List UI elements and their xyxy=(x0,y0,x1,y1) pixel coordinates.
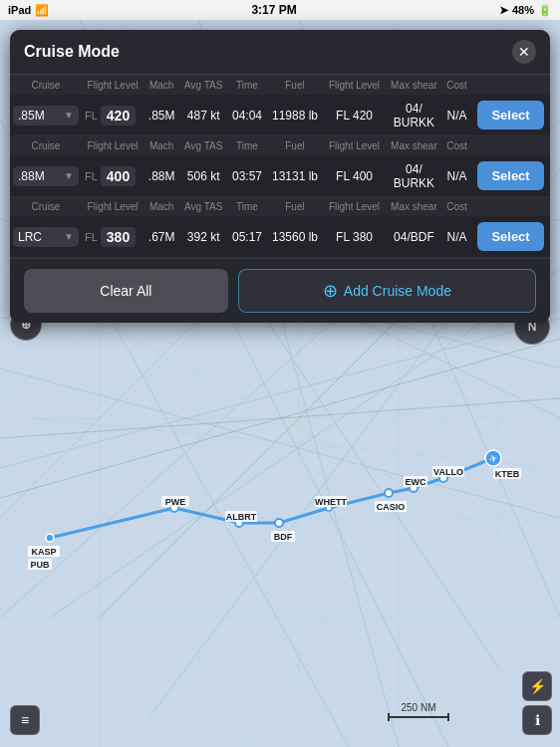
cruise-value-1: .85M xyxy=(18,109,45,123)
col-mach-1: Mach xyxy=(143,76,179,96)
col-mach-3: Mach xyxy=(143,197,179,217)
modal-overlay: Cruise Mode ✕ Cruise Flight Level Mach A… xyxy=(0,20,560,333)
tas-3: 392 kt xyxy=(179,216,227,258)
table-data-row-1: .85M ▼ FL 420 .85M 487 kt 04:04 11988 lb… xyxy=(10,95,550,136)
cruise-mode-modal: Cruise Mode ✕ Cruise Flight Level Mach A… xyxy=(10,30,550,323)
device-label: iPad xyxy=(8,4,31,16)
col-tas-1: Avg TAS xyxy=(179,76,227,96)
cost-2: N/A xyxy=(442,155,471,197)
col-time-1: Time xyxy=(227,76,266,96)
mach-1: .85M xyxy=(143,95,179,136)
col-fuel-1: Fuel xyxy=(267,76,324,96)
time-2: 03:57 xyxy=(227,155,266,197)
col-cost-2: Cost xyxy=(442,136,471,156)
map-tool-2[interactable]: ℹ xyxy=(522,705,552,735)
fltlvl-3: FL 380 xyxy=(323,216,385,258)
fltlvl-2: FL 400 xyxy=(323,155,385,197)
fuel-3: 13560 lb xyxy=(267,216,324,258)
svg-point-34 xyxy=(46,534,54,542)
cruise-dropdown-2[interactable]: ▼ xyxy=(64,170,74,181)
col-time-3: Time xyxy=(227,197,266,217)
select-button-1[interactable]: Select xyxy=(477,101,543,129)
svg-text:EWC: EWC xyxy=(406,477,426,487)
battery-icon: 🔋 xyxy=(538,4,552,17)
col-fltlvl-1: Flight Level xyxy=(323,76,385,96)
cost-1: N/A xyxy=(442,95,471,136)
tas-1: 487 kt xyxy=(179,95,227,136)
table-header-row-1: Cruise Flight Level Mach Avg TAS Time Fu… xyxy=(10,76,550,96)
layers-button[interactable]: ≡ xyxy=(10,705,40,735)
col-tas-2: Avg TAS xyxy=(179,136,227,156)
layers-icon: ≡ xyxy=(21,712,29,728)
cruise-selector-1[interactable]: .85M ▼ xyxy=(10,95,82,136)
col-shear-1: Max shear xyxy=(386,76,442,96)
cruise-selector-2[interactable]: .88M ▼ xyxy=(10,155,82,197)
fl-display-1: FL 420 xyxy=(82,95,143,136)
map-tool-1[interactable]: ⚡ xyxy=(522,671,552,701)
fuel-2: 13131 lb xyxy=(267,155,324,197)
fl-display-3: FL 380 xyxy=(82,216,143,258)
fltlvl-1: FL 420 xyxy=(323,95,385,136)
select-button-2[interactable]: Select xyxy=(477,161,543,190)
modal-header: Cruise Mode ✕ xyxy=(10,30,550,75)
shear-1: 04/BURKK xyxy=(386,95,442,136)
col-time-2: Time xyxy=(227,136,266,156)
add-cruise-icon: ⊕ xyxy=(323,280,338,302)
cruise-value-3: LRC xyxy=(18,230,42,244)
svg-text:250 NM: 250 NM xyxy=(401,702,435,713)
col-fl-2: Flight Level xyxy=(82,136,143,156)
col-tas-3: Avg TAS xyxy=(179,197,227,217)
col-cost-1: Cost xyxy=(442,76,471,96)
svg-text:ALBRT: ALBRT xyxy=(226,512,257,522)
svg-text:KTEB: KTEB xyxy=(495,469,520,479)
fuel-1: 11988 lb xyxy=(267,95,324,136)
cost-3: N/A xyxy=(442,216,471,258)
time-1: 04:04 xyxy=(227,95,266,136)
tas-2: 506 kt xyxy=(179,155,227,197)
col-mach-2: Mach xyxy=(143,136,179,156)
clear-all-button[interactable]: Clear All xyxy=(24,269,228,313)
svg-text:CASIO: CASIO xyxy=(377,502,406,512)
table-data-row-2: .88M ▼ FL 400 .88M 506 kt 03:57 13131 lb… xyxy=(10,155,550,197)
col-fltlvl-3: Flight Level xyxy=(323,197,385,217)
map-controls-right: ⚡ ℹ xyxy=(522,671,552,735)
col-fltlvl-2: Flight Level xyxy=(323,136,385,156)
col-cruise-3: Cruise xyxy=(10,197,82,217)
col-cruise-2: Cruise xyxy=(10,136,82,156)
mach-2: .88M xyxy=(143,155,179,197)
svg-text:BDF: BDF xyxy=(274,532,293,542)
cruise-dropdown-3[interactable]: ▼ xyxy=(64,231,74,242)
col-fl-1: Flight Level xyxy=(82,76,143,96)
svg-text:VALLO: VALLO xyxy=(433,467,463,477)
location-icon: ➤ xyxy=(499,4,508,17)
status-bar: iPad 📶 3:17 PM ➤ 48% 🔋 xyxy=(0,0,560,20)
select-cell-1: Select xyxy=(471,95,550,136)
col-shear-3: Max shear xyxy=(386,197,442,217)
add-cruise-button[interactable]: ⊕ Add Cruise Mode xyxy=(238,269,536,313)
svg-point-37 xyxy=(275,519,283,527)
col-shear-2: Max shear xyxy=(386,136,442,156)
cruise-table: Cruise Flight Level Mach Avg TAS Time Fu… xyxy=(10,75,550,258)
select-button-3[interactable]: Select xyxy=(477,222,543,251)
svg-text:PUB: PUB xyxy=(30,560,50,570)
col-fl-3: Flight Level xyxy=(82,197,143,217)
svg-point-39 xyxy=(385,489,393,497)
mach-3: .67M xyxy=(143,216,179,258)
svg-text:WHETT: WHETT xyxy=(315,497,347,507)
col-cost-3: Cost xyxy=(442,197,471,217)
add-cruise-label: Add Cruise Mode xyxy=(344,283,451,299)
modal-title: Cruise Mode xyxy=(24,43,120,61)
status-left: iPad 📶 xyxy=(8,4,49,17)
shear-3: 04/BDF xyxy=(386,216,442,258)
cruise-dropdown-1[interactable]: ▼ xyxy=(64,110,74,121)
col-fuel-2: Fuel xyxy=(267,136,324,156)
table-header-row-3: Cruise Flight Level Mach Avg TAS Time Fu… xyxy=(10,197,550,217)
select-cell-3: Select xyxy=(471,216,550,258)
table-data-row-3: LRC ▼ FL 380 .67M 392 kt 05:17 13560 lb … xyxy=(10,216,550,258)
cruise-selector-3[interactable]: LRC ▼ xyxy=(10,216,82,258)
cruise-value-2: .88M xyxy=(18,169,45,183)
shear-2: 04/BURKK xyxy=(386,155,442,197)
col-cruise-1: Cruise xyxy=(10,76,82,96)
battery-label: 48% xyxy=(512,4,534,16)
close-button[interactable]: ✕ xyxy=(512,40,536,64)
